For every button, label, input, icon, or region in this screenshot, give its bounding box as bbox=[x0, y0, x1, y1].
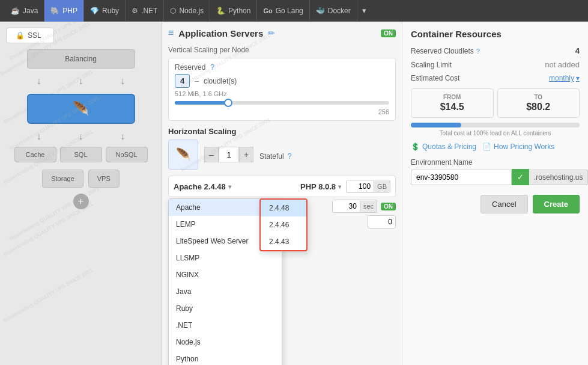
nav-python[interactable]: 🐍 Python bbox=[210, 0, 257, 22]
gb-input[interactable] bbox=[347, 180, 374, 192]
balancing-button[interactable]: Balancing bbox=[27, 49, 135, 69]
quotas-pricing-link[interactable]: 💲 Quotas & Pricing bbox=[411, 143, 476, 151]
how-pricing-link[interactable]: 📄 How Pricing Works bbox=[482, 143, 554, 151]
sub-nodes: Cache SQL NoSQL bbox=[6, 147, 156, 162]
env-name-section: Environment Name ✓ .rosehosting.us bbox=[411, 158, 580, 185]
stateful-help-icon[interactable]: ? bbox=[288, 152, 292, 161]
nav-ruby[interactable]: 💎 Ruby bbox=[84, 0, 126, 22]
php-chevron-down-icon: ▾ bbox=[338, 183, 341, 190]
docker-icon: 🐳 bbox=[316, 7, 325, 15]
horizontal-controls: 🪶 – 1 + Stateful ? bbox=[168, 140, 396, 170]
stepper-minus[interactable]: – bbox=[204, 147, 219, 162]
version-row: Apache 2.4.48 ▾ PHP 8.0.8 ▾ GB bbox=[168, 176, 396, 197]
from-price-box: FROM $14.5 bbox=[411, 88, 494, 118]
lock-icon: 🔒 bbox=[16, 31, 25, 40]
server-icon: 🪶 bbox=[168, 140, 198, 170]
slider-thumb bbox=[224, 99, 232, 107]
nav-java[interactable]: ☕ Java bbox=[5, 0, 44, 22]
top-nav: ☕ Java 🐘 PHP 💎 Ruby ⚙ .NET ⬡ Node.js 🐍 P… bbox=[0, 0, 588, 22]
right-panel: RoseHosting QUALITY VPS SINCE 2001 RoseH… bbox=[402, 22, 588, 365]
monthly-link[interactable]: monthly ▾ bbox=[549, 74, 580, 82]
main-layout: RoseHosting QUALITY VPS SINCE 2001 RoseH… bbox=[0, 22, 588, 365]
nav-golang[interactable]: Go Go Lang bbox=[257, 0, 309, 22]
arrows-down: ↓ ↓ ↓ bbox=[6, 73, 156, 89]
nosql-node[interactable]: NoSQL bbox=[106, 147, 148, 162]
arrows-down-2: ↓ ↓ ↓ bbox=[6, 129, 156, 144]
node-stepper: – 1 + bbox=[204, 147, 253, 162]
dropdown-java[interactable]: Java bbox=[169, 283, 282, 300]
estimated-cost-row: Estimated Cost monthly ▾ bbox=[411, 74, 580, 82]
dotnet-icon: ⚙ bbox=[132, 7, 138, 15]
env-domain: .rosehosting.us bbox=[529, 170, 588, 185]
env-check-icon[interactable]: ✓ bbox=[512, 169, 529, 185]
horizontal-label: Horizontal Scaling bbox=[168, 127, 396, 136]
nav-docker[interactable]: 🐳 Docker bbox=[310, 0, 357, 22]
storage-vps-row: Storage VPS bbox=[6, 170, 156, 188]
on-badge: ON bbox=[381, 203, 396, 210]
env-name-label: Environment Name bbox=[411, 158, 580, 167]
dropdown-python[interactable]: Python bbox=[169, 351, 282, 365]
dropdown-nodejs[interactable]: Node.js bbox=[169, 334, 282, 351]
dropdown-nginx[interactable]: NGINX bbox=[169, 266, 282, 283]
cloudlets-help-icon[interactable]: ? bbox=[476, 48, 480, 55]
cancel-button[interactable]: Cancel bbox=[480, 195, 527, 213]
chevron-down-icon: ▾ bbox=[228, 183, 231, 190]
storage-btn[interactable]: Storage bbox=[42, 170, 83, 188]
sec-input-wrapper: sec bbox=[332, 200, 377, 213]
scaling-limit-val: not added bbox=[545, 60, 580, 69]
document-icon: 📄 bbox=[482, 143, 491, 151]
dropdown-llsmp[interactable]: LLSMP bbox=[169, 250, 282, 266]
nav-dotnet[interactable]: ⚙ .NET bbox=[126, 0, 164, 22]
zero-input-wrapper bbox=[368, 215, 396, 229]
sql-node[interactable]: SQL bbox=[60, 147, 102, 162]
stepper-plus[interactable]: + bbox=[239, 147, 253, 162]
env-name-input[interactable] bbox=[411, 170, 512, 185]
dropdown-ruby[interactable]: Ruby bbox=[169, 300, 282, 317]
apache-ver-2448[interactable]: 2.4.48 bbox=[261, 200, 306, 216]
sec-input[interactable] bbox=[333, 200, 360, 212]
cache-node[interactable]: Cache bbox=[14, 147, 56, 162]
php-version-dropdown[interactable]: PHP 8.0.8 ▾ bbox=[300, 182, 341, 191]
add-button[interactable]: + bbox=[73, 194, 89, 209]
version-area: ➤ Apache 2.4.48 ▾ PHP 8.0.8 ▾ GB bbox=[168, 176, 396, 197]
from-label: FROM bbox=[416, 94, 488, 100]
apache-version-dropdown[interactable]: Apache 2.4.48 ▾ bbox=[174, 182, 231, 191]
scaling-slider[interactable] bbox=[175, 101, 389, 105]
feather-blue-icon: 🪶 bbox=[176, 147, 191, 162]
edit-icon[interactable]: ✏ bbox=[268, 28, 275, 38]
to-val: $80.2 bbox=[503, 102, 575, 112]
scaling-limit-row: Scaling Limit not added bbox=[411, 60, 580, 69]
apache-ver-2443[interactable]: 2.4.43 bbox=[261, 233, 306, 250]
quota-row: 💲 Quotas & Pricing 📄 How Pricing Works bbox=[411, 143, 580, 151]
reserved-help-icon[interactable]: ? bbox=[210, 63, 214, 72]
toggle-on-badge[interactable]: ON bbox=[381, 29, 396, 37]
panel-title: Application Servers bbox=[178, 28, 263, 38]
cloudlet-unit: cloudlet(s) bbox=[204, 77, 237, 85]
server-feather-icon: 🪶 bbox=[73, 101, 89, 117]
sec-unit: sec bbox=[360, 201, 377, 212]
app-server-node[interactable]: 🪶 bbox=[27, 94, 135, 124]
slider-fill bbox=[175, 101, 228, 105]
apache-ver-2446[interactable]: 2.4.46 bbox=[261, 216, 306, 233]
center-panel: RoseHosting QUALITY VPS SINCE 2001 RoseH… bbox=[162, 22, 402, 365]
estimated-cost-label: Estimated Cost bbox=[411, 74, 459, 82]
ssl-button[interactable]: 🔒 SSL bbox=[6, 28, 54, 43]
stepper-value: 1 bbox=[219, 147, 239, 162]
nav-php[interactable]: 🐘 PHP bbox=[44, 0, 84, 22]
right-title: Container Resources bbox=[411, 29, 580, 39]
create-button[interactable]: Create bbox=[533, 195, 580, 213]
nav-more[interactable]: ▾ bbox=[357, 6, 371, 15]
nav-nodejs[interactable]: ⬡ Node.js bbox=[164, 0, 210, 22]
horizontal-section: Horizontal Scaling 🪶 – 1 + Stateful ? bbox=[168, 127, 396, 170]
bottom-actions: Cancel Create bbox=[411, 195, 580, 213]
vps-btn[interactable]: VPS bbox=[88, 170, 120, 188]
cloudlet-count: 4 bbox=[175, 74, 190, 88]
vertical-scaling-label: Vertical Scaling per Node bbox=[168, 46, 396, 54]
right-inputs: GB bbox=[346, 180, 390, 193]
price-bar bbox=[411, 123, 580, 127]
env-name-row: ✓ .rosehosting.us bbox=[411, 169, 580, 185]
scale-max-label: 256 bbox=[175, 108, 389, 115]
zero-input[interactable] bbox=[368, 216, 395, 228]
panel-menu-icon: ≡ bbox=[168, 28, 174, 38]
dropdown-dotnet[interactable]: .NET bbox=[169, 317, 282, 334]
